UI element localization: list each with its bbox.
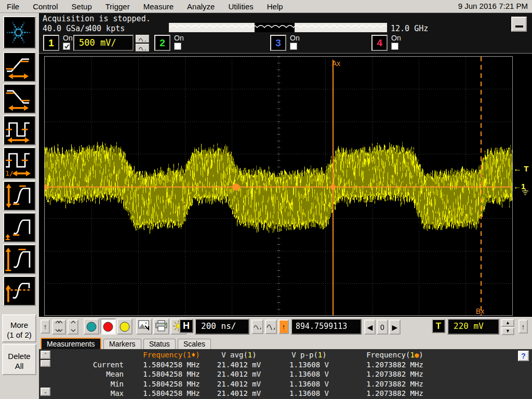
hzoom-in-button[interactable] [265,320,277,334]
more-button[interactable]: More (1 of 2) [2,314,36,342]
waveform-display[interactable] [45,57,512,315]
bottom-toolbar: ↑ [39,317,532,338]
channel-3-on-label: On [290,34,300,42]
menu-help[interactable]: Help [260,2,290,11]
vertical-scale-down-button[interactable] [136,44,149,51]
trigger-level-down-button[interactable]: ▼ [501,327,514,335]
sine-glyph-icon [138,37,147,42]
status-area: Acquisition is stopped. 40.0 GSa/s 400 k… [39,13,532,53]
h-icon: H [183,321,190,331]
pan-up-right-button[interactable]: ↑ [518,320,528,334]
minimize-button[interactable] [511,17,527,32]
tab-status[interactable]: Status [143,339,176,349]
vertical-scale-up-button[interactable] [136,35,149,43]
pan-up-button[interactable]: ↑ [41,320,50,334]
timebase-field[interactable]: 200 ns/ [195,318,249,335]
app-logo-button[interactable] [3,16,36,49]
ground-symbol-icon [522,189,529,195]
period-icon [4,117,33,143]
v-avg-measure-button[interactable] [3,276,36,306]
menu-utilities[interactable]: Utilities [221,2,260,11]
trigger-slope-button[interactable]: ↑ [278,320,289,334]
tab-measurements[interactable]: Measurements [41,338,101,349]
clock: 9 Jun 2016 7:21 PM [458,2,528,10]
trigger-level-marker[interactable]: ← T [513,164,528,174]
column-header-2: V p-p(1) [265,350,353,360]
marker-ax-label[interactable]: Ax [332,59,340,68]
v-min-measure-button[interactable] [3,212,36,243]
up-arrow-icon: ↑ [44,323,47,331]
cell-3-3: 1.2073882 MHz [353,389,436,398]
delay-left-button[interactable]: ◀ [364,320,376,335]
plot-frame: Ax Bx [44,56,513,316]
stop-button[interactable] [100,318,116,335]
v-min-icon [4,215,33,241]
cell-2-0: 1.5804258 MHz [130,379,213,389]
menu-analyze[interactable]: Analyze [180,2,221,11]
tab-markers[interactable]: Markers [103,339,141,349]
right-triangle-icon: ▶ [392,323,398,331]
single-icon [120,322,130,331]
delay-zero-button[interactable]: 0 [377,320,388,335]
channel-2-button[interactable]: 2 [154,35,170,51]
channel-2-on-checkbox[interactable] [174,43,181,50]
frequency-measure-button[interactable]: 1/ [3,147,36,179]
horizontal-setup-button[interactable]: H [179,319,193,333]
v-pp-measure-button[interactable] [3,181,36,211]
fall-time-measure-button[interactable] [3,84,36,114]
cell-3-1: 21.4012 mV [213,389,265,398]
image-export-icon [138,320,150,331]
sidebar: 1/ [0,13,39,399]
slope-up-arrow-icon: ↑ [282,323,286,331]
channel-4-button[interactable]: 4 [371,35,388,51]
chevron-up-down-icon [70,321,77,332]
tab-scales[interactable]: Scales [178,339,211,349]
hzoom-out-button[interactable] [251,320,263,334]
menu-measure[interactable]: Measure [137,2,180,11]
channel-3-button[interactable]: 3 [270,35,286,51]
trigger-setup-button[interactable]: T [432,319,445,333]
menu-setup[interactable]: Setup [65,2,99,11]
small-sine-icon [254,323,261,329]
period-measure-button[interactable] [3,115,36,145]
menu-control[interactable]: Control [26,2,64,11]
row-label-current: Current [49,360,130,370]
double-chevron-up-down-icon [54,321,64,332]
row-label-min: Min [49,379,130,389]
channel-1-scale-field[interactable]: 500 mV/ [73,35,134,51]
help-button[interactable]: ? [518,351,529,361]
table-corner [49,350,130,360]
cell-3-0: 1.5804258 MHz [130,389,213,398]
logo-starburst-icon [4,18,33,47]
menu-file[interactable]: File [0,2,26,11]
rise-time-measure-button[interactable] [3,52,36,82]
column-header-0: Frequency(1♦) [130,350,213,360]
cell-1-0: 1.5804258 MHz [130,369,213,379]
trigger-level-field[interactable]: 220 mV [447,318,499,335]
one-over-text: 1/ [5,169,13,177]
menu-trigger[interactable]: Trigger [99,2,137,11]
fall-time-icon [4,86,33,112]
channel-1-on-checkbox[interactable] [63,43,70,50]
sample-rate: 40.0 GSa/s [43,24,89,33]
vertical-fine-spinner[interactable] [68,320,78,335]
delay-field[interactable]: 894.7599113 µs [291,318,362,335]
run-button[interactable] [84,318,99,335]
vertical-coarse-spinner[interactable] [52,320,66,335]
channel-1-button[interactable]: 1 [43,35,59,51]
channel1-ground-marker[interactable]: ←1 [513,182,525,191]
results-tabstrip: MeasurementsMarkersStatusScales [39,338,532,349]
acquisition-memory-bar[interactable] [169,23,387,32]
channel-3-on-checkbox[interactable] [290,43,297,50]
oscilloscope-app: FileControlSetupTriggerMeasureAnalyzeUti… [0,0,532,399]
channel-2-on-label: On [174,34,184,42]
screen-capture-button[interactable] [136,318,152,335]
channel-4-on-checkbox[interactable] [391,43,398,50]
v-max-measure-button[interactable] [3,244,36,274]
marker-bx-label[interactable]: Bx [476,307,484,315]
delete-all-button[interactable]: Delete All [2,344,36,375]
trigger-level-up-button[interactable]: ▲ [501,319,514,327]
print-button[interactable] [153,318,169,335]
single-button[interactable] [117,318,132,335]
delay-right-button[interactable]: ▶ [389,320,401,335]
